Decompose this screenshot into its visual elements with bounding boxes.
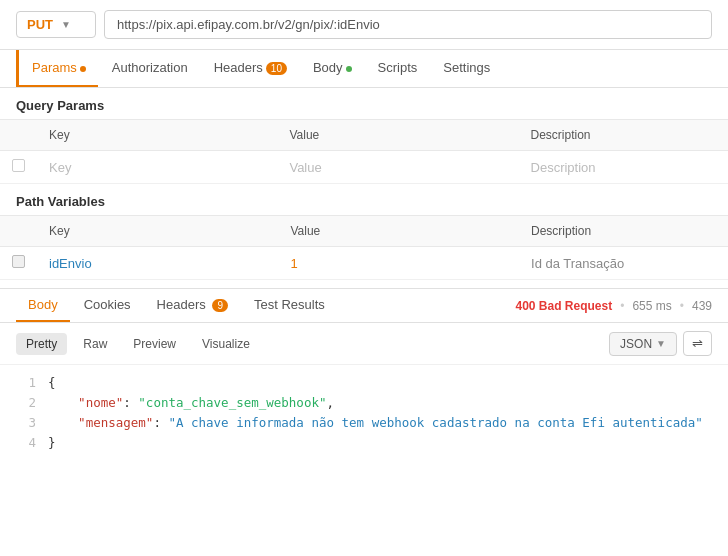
pv-checkbox-col-header	[0, 216, 37, 247]
response-section: Body Cookies Headers 9 Test Results 400 …	[0, 288, 728, 461]
code-line-2: 2 "nome": "conta_chave_sem_webhook",	[16, 393, 712, 413]
value-cell[interactable]: Value	[277, 151, 518, 184]
tab-body[interactable]: Body	[301, 50, 364, 87]
format-raw-btn[interactable]: Raw	[73, 333, 117, 355]
request-tabs: Params Authorization Headers10 Body Scri…	[0, 50, 728, 88]
body-dot	[346, 66, 352, 72]
format-preview-btn[interactable]: Preview	[123, 333, 186, 355]
code-text: {	[48, 373, 712, 393]
query-params-table: Key Value Description Key Value Descript…	[0, 119, 728, 184]
method-selector[interactable]: PUT ▼	[16, 11, 96, 38]
path-variables-table: Key Value Description idEnvio 1 Id da Tr…	[0, 215, 728, 280]
chevron-down-icon: ▼	[656, 338, 666, 349]
pv-key-cell[interactable]: idEnvio	[37, 247, 278, 280]
response-headers-badge: 9	[212, 299, 228, 312]
status-badge: 400 Bad Request	[516, 299, 613, 313]
pv-value-cell[interactable]: 1	[278, 247, 519, 280]
code-output: 1 { 2 "nome": "conta_chave_sem_webhook",…	[0, 365, 728, 461]
response-size: 439	[692, 299, 712, 313]
response-tab-body[interactable]: Body	[16, 289, 70, 322]
tab-params[interactable]: Params	[16, 50, 98, 87]
response-tab-cookies[interactable]: Cookies	[72, 289, 143, 322]
wrap-icon: ⇌	[692, 336, 703, 351]
tab-headers[interactable]: Headers10	[202, 50, 299, 87]
headers-badge: 10	[266, 62, 287, 75]
code-line-1: 1 {	[16, 373, 712, 393]
format-bar: Pretty Raw Preview Visualize JSON ▼ ⇌	[0, 323, 728, 365]
table-row: idEnvio 1 Id da Transação	[0, 247, 728, 280]
request-bar: PUT ▼	[0, 0, 728, 50]
wrap-button[interactable]: ⇌	[683, 331, 712, 356]
line-number: 1	[16, 373, 36, 393]
response-meta: 400 Bad Request • 655 ms • 439	[516, 299, 713, 313]
checkbox-icon[interactable]	[12, 159, 25, 172]
tab-settings[interactable]: Settings	[431, 50, 502, 87]
table-row: Key Value Description	[0, 151, 728, 184]
tab-authorization[interactable]: Authorization	[100, 50, 200, 87]
line-number: 3	[16, 413, 36, 433]
pv-desc-cell: Id da Transação	[519, 247, 728, 280]
desc-col-header: Description	[519, 120, 728, 151]
pv-checkbox-icon[interactable]	[12, 255, 25, 268]
key-col-header: Key	[37, 120, 277, 151]
params-dot	[80, 66, 86, 72]
format-pretty-btn[interactable]: Pretty	[16, 333, 67, 355]
query-params-header: Query Params	[0, 88, 728, 119]
pv-desc-col-header: Description	[519, 216, 728, 247]
format-type-select[interactable]: JSON ▼	[609, 332, 677, 356]
response-tab-test-results[interactable]: Test Results	[242, 289, 337, 322]
checkbox-col-header	[0, 120, 37, 151]
content-area: Query Params Key Value Description Key V…	[0, 88, 728, 280]
chevron-down-icon: ▼	[61, 19, 71, 30]
response-tabs: Body Cookies Headers 9 Test Results 400 …	[0, 289, 728, 323]
path-variables-header: Path Variables	[0, 184, 728, 215]
format-visualize-btn[interactable]: Visualize	[192, 333, 260, 355]
pv-checkbox	[0, 247, 37, 280]
response-time: 655 ms	[632, 299, 671, 313]
code-line-3: 3 "mensagem": "A chave informada não tem…	[16, 413, 712, 433]
line-number: 4	[16, 433, 36, 453]
line-number: 2	[16, 393, 36, 413]
row-checkbox	[0, 151, 37, 184]
value-col-header: Value	[277, 120, 518, 151]
code-text: "nome": "conta_chave_sem_webhook",	[48, 393, 712, 413]
method-label: PUT	[27, 17, 53, 32]
code-line-4: 4 }	[16, 433, 712, 453]
desc-cell: Description	[519, 151, 728, 184]
pv-value-col-header: Value	[278, 216, 519, 247]
code-text: }	[48, 433, 712, 453]
pv-key-col-header: Key	[37, 216, 278, 247]
key-cell[interactable]: Key	[37, 151, 277, 184]
response-tab-headers[interactable]: Headers 9	[145, 289, 240, 322]
code-text: "mensagem": "A chave informada não tem w…	[48, 413, 712, 433]
tab-scripts[interactable]: Scripts	[366, 50, 430, 87]
url-input[interactable]	[104, 10, 712, 39]
